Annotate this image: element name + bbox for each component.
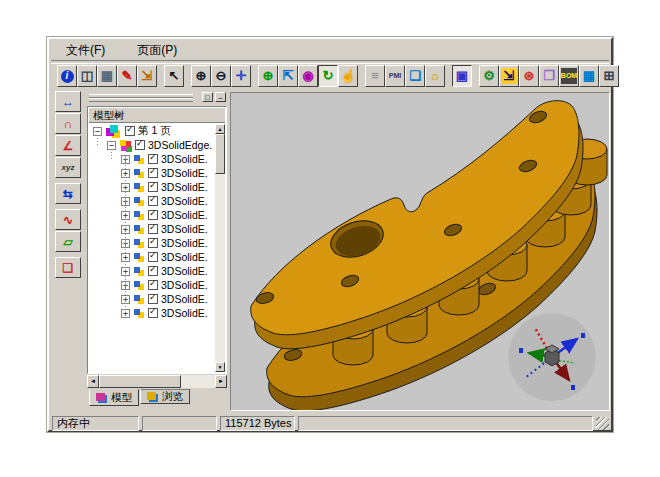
zoom-window-button[interactable]: ⊕ [258, 65, 278, 87]
visibility-checkbox[interactable] [148, 210, 158, 220]
print-button[interactable]: ▦ [97, 65, 117, 87]
scroll-right-button[interactable]: ► [215, 375, 227, 388]
viewport-button[interactable]: ▣ [452, 65, 472, 87]
about-button[interactable]: i [57, 65, 77, 87]
menu-bar: 文件(F) 页面(P) [51, 41, 609, 60]
tree-root-page[interactable]: − 第 1 页 [89, 124, 215, 138]
tab-browse[interactable]: 浏览 [140, 389, 190, 404]
measure-toolbar: ↔ ∩ ∠ xyz ⇆ ∿ ▱ [53, 91, 83, 278]
tree-list-button[interactable]: ⊞ [599, 65, 619, 87]
visibility-checkbox[interactable] [148, 294, 158, 304]
pan-button[interactable]: ✛ [231, 65, 251, 87]
scroll-up-button[interactable]: ▲ [215, 124, 225, 134]
visibility-checkbox[interactable] [148, 182, 158, 192]
zoom-select-button[interactable]: ⇱ [278, 65, 298, 87]
measure-radius-button[interactable]: ∩ [55, 113, 81, 134]
tree-assembly[interactable]: − 3DSolidEdge. [89, 138, 215, 152]
scroll-left-button[interactable]: ◄ [87, 375, 99, 388]
tree-title: 模型树 [89, 108, 225, 123]
tree-item[interactable]: + 3DSolidE. [89, 166, 215, 180]
measure-button-icon: ▱ [60, 234, 76, 250]
visibility-checkbox[interactable] [148, 280, 158, 290]
measure-button-icon: ∠ [60, 138, 76, 154]
panel-titlebar[interactable]: □ – [87, 92, 227, 104]
measure-curve-button[interactable]: ∿ [55, 209, 81, 230]
menu-page[interactable]: 页面(P) [134, 41, 180, 60]
assembly-button[interactable]: ⚙ [479, 65, 499, 87]
toolbar-button-icon: ↻ [320, 68, 336, 84]
light-button[interactable]: ☼ [425, 65, 445, 87]
markup-button[interactable]: ✎ [117, 65, 137, 87]
refresh-button[interactable]: ↻ [318, 65, 338, 87]
tree-item[interactable]: + 3DSolidE. [89, 222, 215, 236]
visibility-checkbox[interactable] [125, 126, 135, 136]
visibility-checkbox[interactable] [148, 196, 158, 206]
axis-tip-label [571, 385, 575, 390]
tree-item-label: 3DSolidE. [161, 223, 208, 235]
tree-item[interactable]: + 3DSolidE. [89, 306, 215, 320]
measure-length-button[interactable]: ↔ [55, 91, 81, 112]
zoom-out-button[interactable]: ⊖ [211, 65, 231, 87]
viewport-3d[interactable] [230, 92, 610, 411]
measure-angle-button[interactable]: ∠ [55, 135, 81, 156]
part-icon [134, 239, 140, 245]
visibility-checkbox[interactable] [148, 266, 158, 276]
measure-button-icon: ∿ [60, 212, 76, 228]
bom-button[interactable]: BOM [559, 65, 579, 87]
move-part-button[interactable]: ⇲ [499, 65, 519, 87]
measure-coord-button[interactable]: xyz [55, 157, 81, 178]
tree-horizontal-scrollbar[interactable]: ◄ ► [87, 375, 227, 388]
pmi-button[interactable]: PMI [385, 65, 405, 87]
zoom-in-button[interactable]: ⊕ [191, 65, 211, 87]
visibility-checkbox[interactable] [148, 154, 158, 164]
orientation-ball[interactable] [507, 312, 597, 402]
tree-item[interactable]: + 3DSolidE. [89, 264, 215, 278]
tree-item[interactable]: + 3DSolidE. [89, 208, 215, 222]
tree-item[interactable]: + 3DSolidE. [89, 250, 215, 264]
resize-grip[interactable] [596, 417, 609, 430]
axis-tip-label [519, 348, 523, 353]
page-icon [110, 125, 118, 133]
menu-file[interactable]: 文件(F) [63, 41, 108, 60]
scrollbar-thumb[interactable] [215, 134, 225, 174]
print-preview-button[interactable]: ◫ [77, 65, 97, 87]
tree-item[interactable]: + 3DSolidE. [89, 292, 215, 306]
tab-icon [147, 392, 156, 400]
section-button[interactable]: ❒ [539, 65, 559, 87]
measure-volume-button[interactable]: ❑ [55, 257, 81, 278]
measure-distance-button[interactable]: ⇆ [55, 183, 81, 204]
tree-guide-line [111, 149, 112, 160]
panel-maximize-button[interactable]: □ [202, 92, 213, 102]
pan-hand-button[interactable]: ☝ [338, 65, 358, 87]
tree-vertical-scrollbar[interactable]: ▲ ▼ [215, 124, 225, 372]
report-button[interactable]: ▦ [579, 65, 599, 87]
rotate-view-button[interactable]: ◉ [298, 65, 318, 87]
tree-item[interactable]: + 3DSolidE. [89, 278, 215, 292]
toolbar-button-icon: ❏ [407, 68, 423, 84]
visibility-checkbox[interactable] [148, 252, 158, 262]
explode-button[interactable]: ⊛ [519, 65, 539, 87]
visibility-checkbox[interactable] [148, 308, 158, 318]
tree-item[interactable]: + 3DSolidE. [89, 236, 215, 250]
tree-item[interactable]: + 3DSolidE. [89, 194, 215, 208]
tab-model[interactable]: 模型 [89, 389, 139, 406]
tree-item[interactable]: + 3DSolidE. [89, 180, 215, 194]
part-icon [134, 155, 140, 161]
tree-item[interactable]: + 3DSolidE. [89, 152, 215, 166]
scroll-down-button[interactable]: ▼ [215, 362, 225, 372]
select-button[interactable]: ↖ [164, 65, 184, 87]
model-tree-panel: □ – 模型树 − 第 1 页 − 3DSolidEdge. [87, 92, 227, 406]
visibility-checkbox[interactable] [148, 168, 158, 178]
measure-button-icon: ↔ [60, 94, 76, 110]
panel-hide-button[interactable]: – [215, 92, 226, 102]
visibility-checkbox[interactable] [135, 140, 145, 150]
visibility-checkbox[interactable] [148, 224, 158, 234]
toolbar-button-icon: ⊞ [601, 68, 617, 84]
export-button[interactable]: ⇲ [137, 65, 157, 87]
views-button[interactable]: ❏ [405, 65, 425, 87]
visibility-checkbox[interactable] [148, 238, 158, 248]
tree-item-label: 3DSolidE. [161, 279, 208, 291]
scrollbar-thumb[interactable] [99, 375, 181, 388]
layers-button[interactable]: ≡ [365, 65, 385, 87]
measure-area-button[interactable]: ▱ [55, 231, 81, 252]
